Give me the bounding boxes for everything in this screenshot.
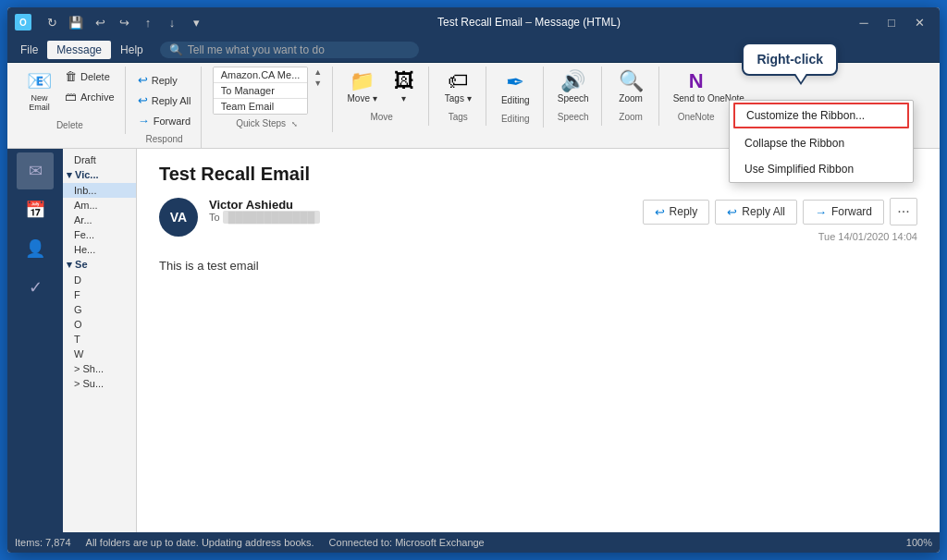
forward-btn[interactable]: → Forward: [133, 111, 196, 130]
close-btn[interactable]: ✕: [906, 12, 932, 32]
zoom-btn[interactable]: 🔍 Zoom: [612, 67, 650, 108]
email-action-buttons: ↩ Reply ↩ Reply All → Forward ···: [643, 198, 917, 225]
nav-feb[interactable]: Fe...: [63, 227, 136, 242]
speech-btn[interactable]: 🔊 Speech: [551, 67, 596, 108]
nav-o[interactable]: O: [63, 317, 136, 332]
menu-help[interactable]: Help: [111, 41, 153, 59]
editing-btn[interactable]: ✒ Editing: [495, 67, 536, 110]
nav-sh[interactable]: > Sh...: [63, 361, 136, 376]
forward-icon: →: [138, 114, 150, 128]
scroll-up-icon[interactable]: ▲: [312, 67, 324, 78]
reply-btn[interactable]: ↩ Reply: [133, 70, 196, 90]
onenote-group-label: OneNote: [678, 112, 715, 122]
quick-step-1[interactable]: To Manager: [214, 83, 308, 99]
archive-btn[interactable]: 🗃 Archive: [60, 87, 119, 106]
nav-archive-folder[interactable]: Ar...: [63, 213, 136, 227]
sidebar: ✉ 📅 👤 ✓: [7, 149, 63, 532]
quick-step-2[interactable]: Team Email: [214, 99, 308, 114]
email-reply-all-btn[interactable]: ↩ Reply All: [715, 200, 797, 225]
move-group-label: Move: [370, 112, 392, 122]
ctx-customize-ribbon[interactable]: Customize the Ribbon...: [733, 103, 909, 128]
sender-avatar: VA: [159, 198, 198, 237]
nav-draft[interactable]: Draft: [63, 152, 136, 167]
maximize-btn[interactable]: □: [879, 12, 904, 32]
new-email-btn[interactable]: 📧 NewEmail: [20, 67, 58, 116]
tags-btn[interactable]: 🏷 Tags ▾: [438, 67, 478, 108]
tags-icon: 🏷: [448, 71, 468, 91]
statusbar: Items: 7,874 All folders are up to date.…: [7, 532, 940, 553]
move-label: Move ▾: [347, 93, 376, 103]
nav-su[interactable]: > Su...: [63, 376, 136, 391]
rules-btn[interactable]: 🖼 ▾: [386, 67, 423, 108]
email-reply-all-label: Reply All: [742, 205, 785, 218]
delete-btn[interactable]: 🗑 Delete: [60, 67, 119, 86]
email-reply-label: Reply: [670, 205, 698, 218]
statusbar-right: 100%: [906, 537, 932, 548]
back-btn[interactable]: ↑: [137, 11, 159, 33]
more-nav-btn[interactable]: ▾: [185, 11, 207, 33]
quick-step-0[interactable]: Amazon.CA Me...: [214, 67, 308, 83]
sidebar-mail-icon[interactable]: ✉: [17, 152, 54, 189]
forward-label: Forward: [154, 116, 191, 127]
zoom-icon: 🔍: [619, 71, 644, 91]
email-reply-btn[interactable]: ↩ Reply: [643, 200, 710, 225]
sidebar-contacts-icon[interactable]: 👤: [17, 230, 54, 267]
sender-name: Victor Ashiedu: [209, 198, 643, 212]
delete-group-label: Delete: [56, 120, 83, 130]
main-area: ✉ 📅 👤 ✓ Draft ▾ Vic... Inb... Am... Ar..…: [7, 149, 940, 532]
ribbon-group-respond: ↩ Reply ↩ Reply All → Forward Respond: [128, 67, 203, 148]
sync-status: All folders are up to date. Updating add…: [86, 537, 314, 548]
ribbon-group-editing: ✒ Editing Editing: [488, 67, 544, 128]
email-forward-label: Forward: [831, 205, 872, 218]
app-icon: O: [15, 14, 31, 30]
reply-all-label: Reply All: [152, 95, 191, 106]
move-btns: 📁 Move ▾ 🖼 ▾: [340, 67, 422, 108]
email-forward-btn[interactable]: → Forward: [803, 200, 884, 225]
scroll-down-icon[interactable]: ▼: [312, 78, 324, 89]
new-email-icon: 📧: [27, 71, 52, 91]
onenote-label: Send to OneNote: [673, 93, 719, 103]
email-more-btn[interactable]: ···: [890, 198, 917, 225]
nav-g[interactable]: G: [63, 302, 136, 317]
titlebar: O ↻ 💾 ↩ ↪ ↑ ↓ ▾ Test Recall Email – Mess…: [7, 7, 940, 37]
menu-file[interactable]: File: [11, 41, 47, 59]
nav-inbox[interactable]: Inb...: [63, 183, 136, 198]
ribbon-group-quicksteps: Amazon.CA Me... To Manager Team Email ▲ …: [203, 67, 333, 132]
nav-victor-header[interactable]: ▾ Vic...: [63, 167, 136, 183]
onenote-btn[interactable]: N Send to OneNote: [667, 67, 726, 108]
sidebar-calendar-icon[interactable]: 📅: [17, 191, 54, 228]
nav-amazon[interactable]: Am...: [63, 198, 136, 213]
email-meta: Victor Ashiedu To ████████████: [209, 198, 643, 223]
undo-btn[interactable]: ↩: [89, 11, 111, 33]
reply-all-btn[interactable]: ↩ Reply All: [133, 91, 196, 110]
delete-btns: 📧 NewEmail 🗑 Delete 🗃 Archive: [20, 67, 119, 116]
search-box[interactable]: 🔍: [160, 42, 419, 58]
redo-btn[interactable]: ↪: [113, 11, 135, 33]
ctx-collapse-ribbon[interactable]: Collapse the Ribbon: [730, 130, 913, 156]
ctx-simplified-ribbon[interactable]: Use Simplified Ribbon: [730, 156, 913, 182]
quick-steps-list: Amazon.CA Me... To Manager Team Email: [213, 67, 309, 115]
move-btn[interactable]: 📁 Move ▾: [340, 67, 383, 108]
menu-message[interactable]: Message: [47, 41, 111, 59]
nav-f[interactable]: F: [63, 287, 136, 302]
nav-w[interactable]: W: [63, 347, 136, 361]
email-date: Tue 14/01/2020 14:04: [818, 231, 917, 242]
context-menu: Customize the Ribbon... Collapse the Rib…: [729, 100, 914, 183]
nav-sent-header[interactable]: ▾ Se: [63, 257, 136, 273]
refresh-btn[interactable]: ↻: [41, 11, 63, 33]
speech-group-label: Speech: [558, 112, 589, 122]
nav-t[interactable]: T: [63, 332, 136, 347]
ribbon-group-speech: 🔊 Speech Speech: [546, 67, 602, 126]
nav-d[interactable]: D: [63, 273, 136, 287]
minimize-btn[interactable]: ─: [851, 12, 877, 32]
forward-nav-btn[interactable]: ↓: [161, 11, 183, 33]
search-input[interactable]: [188, 43, 410, 56]
archive-icon: 🗃: [65, 90, 77, 103]
quicksteps-expand-icon[interactable]: ⤡: [289, 118, 301, 130]
sidebar-tasks-icon[interactable]: ✓: [17, 269, 54, 306]
nav-he[interactable]: He...: [63, 242, 136, 257]
tags-label: Tags ▾: [445, 93, 472, 103]
move-icon: 📁: [350, 71, 375, 91]
save-btn[interactable]: 💾: [65, 11, 87, 33]
ribbon-group-onenote: N Send to OneNote OneNote: [661, 67, 732, 126]
